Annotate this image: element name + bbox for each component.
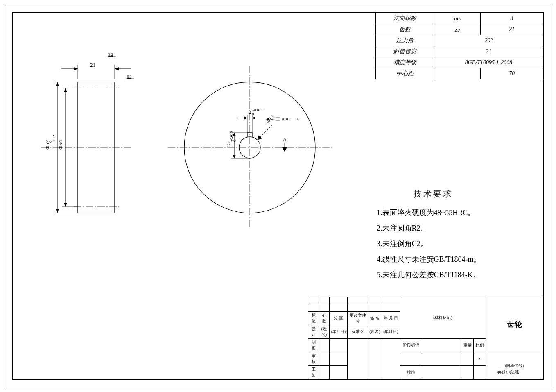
param-label: 法向模数 xyxy=(376,13,434,24)
dim-key-w: 2 xyxy=(249,109,251,115)
param-label: 中心距 xyxy=(376,68,434,79)
technical-requirements: 技术要求 1.表面淬火硬度为48~55HRC。 2.未注圆角R2。 3.未注倒角… xyxy=(377,188,481,286)
requirement-item: 5.未注几何公差按GB/T1184-K。 xyxy=(377,270,481,280)
svg-marker-9 xyxy=(115,67,119,70)
dim-width: 21 xyxy=(90,62,95,68)
datum-feature-icon: A xyxy=(281,136,288,152)
param-value: 3 xyxy=(481,13,543,24)
svg-text:3.2: 3.2 xyxy=(108,52,113,57)
svg-rect-43 xyxy=(274,116,281,122)
svg-marker-22 xyxy=(64,88,67,92)
param-value: 21 xyxy=(434,46,543,57)
svg-text:0.015: 0.015 xyxy=(282,117,291,121)
dim-key-tol: 0 xyxy=(252,112,254,116)
side-view: 21 3.2 6.3 Φ57 0 -0.02 Φ54 xyxy=(41,52,134,216)
svg-text:A: A xyxy=(296,117,299,121)
drawing-sheet: 法向模数 mₙ 3 齿数 z₂ 21 压力角 20° 斜齿齿宽 21 精度等级 … xyxy=(0,0,556,392)
front-view: Φ12 2 +0.038 0 13 +0.015 0 0.015 xyxy=(168,66,332,229)
param-value: 8GB/T10095.1-2008 xyxy=(434,57,543,68)
requirement-item: 1.表面淬火硬度为48~55HRC。 xyxy=(377,208,481,218)
material-cell: (材料标记) xyxy=(400,297,486,339)
svg-text:A: A xyxy=(283,136,287,143)
dim-outer-tol: -0.02 xyxy=(52,135,56,143)
svg-marker-7 xyxy=(74,67,78,70)
param-label: 精度等级 xyxy=(376,57,434,68)
dim-pitch-dia: Φ54 xyxy=(57,140,63,150)
param-value: 21 xyxy=(481,24,543,35)
svg-marker-35 xyxy=(244,116,247,120)
dim-key-tol: 0 xyxy=(233,140,237,142)
gear-parameter-table: 法向模数 mₙ 3 齿数 z₂ 21 压力角 20° 斜齿齿宽 21 精度等级 … xyxy=(375,13,543,79)
svg-marker-42 xyxy=(233,155,236,158)
param-symbol xyxy=(434,68,481,79)
requirement-item: 2.未注圆角R2。 xyxy=(377,223,481,233)
requirements-title: 技术要求 xyxy=(414,188,481,199)
param-value: 20° xyxy=(434,35,543,46)
param-label: 齿数 xyxy=(376,24,434,35)
dim-key-h: 13 xyxy=(225,142,231,147)
part-name: 齿轮 xyxy=(486,297,543,352)
svg-marker-18 xyxy=(56,209,59,213)
param-symbol: z₂ xyxy=(434,24,481,35)
param-symbol: mₙ xyxy=(434,13,481,24)
param-label: 压力角 xyxy=(376,35,434,46)
svg-marker-23 xyxy=(64,203,67,207)
svg-marker-17 xyxy=(56,82,59,86)
svg-marker-37 xyxy=(252,116,255,120)
param-value: 70 xyxy=(481,68,543,79)
svg-marker-52 xyxy=(282,147,287,152)
title-block: (材料标记) 齿轮 标记处数分 区更改文件号签 名年 月 日 设计(姓名)(年月… xyxy=(308,297,543,379)
requirement-item: 4.线性尺寸未注安GB/T1804-m。 xyxy=(377,254,481,264)
param-label: 斜齿齿宽 xyxy=(376,46,434,57)
svg-text:6.3: 6.3 xyxy=(127,75,132,79)
requirement-item: 3.未注倒角C2。 xyxy=(377,239,481,249)
surface-finish-icon: 3.2 xyxy=(104,52,116,63)
surface-finish-icon: 6.3 xyxy=(123,75,134,85)
drawing-views: 21 3.2 6.3 Φ57 0 -0.02 Φ54 xyxy=(25,49,360,238)
